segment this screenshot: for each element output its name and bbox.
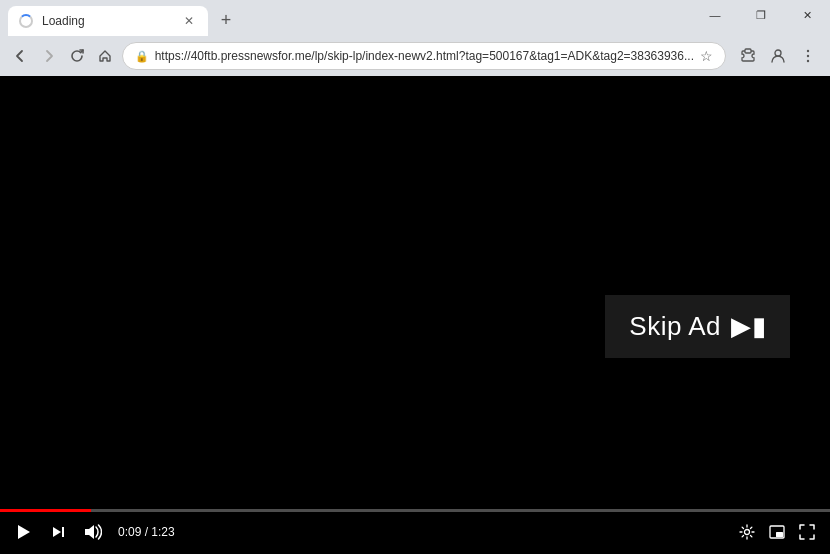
progress-bar-fill bbox=[0, 509, 91, 512]
video-player[interactable]: Skip Ad ▶▮ bbox=[0, 76, 830, 554]
svg-point-2 bbox=[807, 50, 809, 52]
svg-point-4 bbox=[807, 60, 809, 62]
tab-favicon bbox=[18, 13, 34, 29]
skip-ad-icon: ▶▮ bbox=[731, 311, 766, 342]
url-text: https://40ftb.pressnewsfor.me/lp/skip-lp… bbox=[155, 49, 694, 63]
chrome-window: Loading ✕ + — ❐ ✕ bbox=[0, 0, 830, 554]
home-button[interactable] bbox=[93, 42, 117, 70]
svg-rect-7 bbox=[776, 532, 783, 537]
time-display: 0:09 / 1:23 bbox=[118, 525, 175, 539]
window-controls: — ❐ ✕ bbox=[692, 0, 830, 30]
menu-button[interactable] bbox=[794, 42, 822, 70]
nav-right-controls bbox=[734, 42, 822, 70]
refresh-button[interactable] bbox=[65, 42, 89, 70]
play-button[interactable] bbox=[10, 518, 38, 546]
content-area: Skip Ad ▶▮ bbox=[0, 76, 830, 554]
svg-point-1 bbox=[775, 50, 781, 56]
next-button[interactable] bbox=[44, 518, 72, 546]
active-tab[interactable]: Loading ✕ bbox=[8, 6, 208, 36]
svg-point-5 bbox=[745, 530, 750, 535]
controls-row: 0:09 / 1:23 bbox=[0, 518, 830, 554]
fullscreen-button[interactable] bbox=[794, 519, 820, 545]
forward-button[interactable] bbox=[36, 42, 60, 70]
title-bar: Loading ✕ + — ❐ ✕ bbox=[0, 0, 830, 36]
new-tab-button[interactable]: + bbox=[212, 6, 240, 34]
tab-close-button[interactable]: ✕ bbox=[180, 12, 198, 30]
tab-bar: Loading ✕ + bbox=[0, 0, 240, 36]
tab-title: Loading bbox=[42, 14, 172, 28]
progress-bar[interactable] bbox=[0, 509, 830, 512]
right-controls bbox=[734, 519, 820, 545]
back-button[interactable] bbox=[8, 42, 32, 70]
svg-point-3 bbox=[807, 55, 809, 57]
skip-ad-label: Skip Ad bbox=[629, 311, 721, 342]
settings-button[interactable] bbox=[734, 519, 760, 545]
maximize-button[interactable]: ❐ bbox=[738, 0, 784, 30]
skip-ad-button[interactable]: Skip Ad ▶▮ bbox=[605, 295, 790, 358]
video-controls: 0:09 / 1:23 bbox=[0, 502, 830, 554]
loading-spinner bbox=[19, 14, 33, 28]
next-icon bbox=[53, 527, 64, 537]
address-bar[interactable]: 🔒 https://40ftb.pressnewsfor.me/lp/skip-… bbox=[122, 42, 726, 70]
close-button[interactable]: ✕ bbox=[784, 0, 830, 30]
bookmark-icon[interactable]: ☆ bbox=[700, 48, 713, 64]
miniplayer-button[interactable] bbox=[764, 519, 790, 545]
extensions-button[interactable] bbox=[734, 42, 762, 70]
lock-icon: 🔒 bbox=[135, 50, 149, 63]
minimize-button[interactable]: — bbox=[692, 0, 738, 30]
volume-button[interactable] bbox=[78, 518, 106, 546]
profile-button[interactable] bbox=[764, 42, 792, 70]
play-icon bbox=[18, 525, 30, 539]
svg-rect-0 bbox=[745, 49, 751, 53]
navigation-bar: 🔒 https://40ftb.pressnewsfor.me/lp/skip-… bbox=[0, 36, 830, 76]
